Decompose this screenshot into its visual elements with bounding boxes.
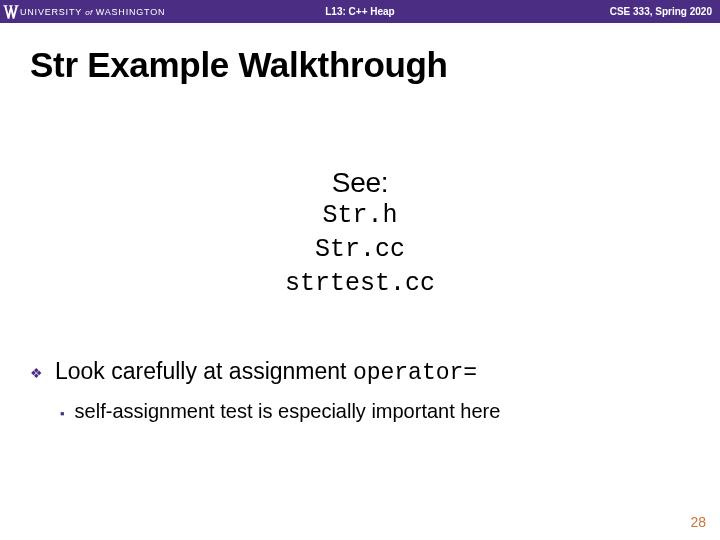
university-name: UNIVERSITY of WASHINGTON <box>20 7 165 17</box>
file-item: Str.cc <box>0 233 720 267</box>
see-block: See: Str.h Str.cc strtest.cc <box>0 167 720 300</box>
header-bar: UNIVERSITY of WASHINGTON L13: C++ Heap C… <box>0 0 720 23</box>
lecture-title: L13: C++ Heap <box>325 6 394 17</box>
univ-of: of <box>85 8 92 17</box>
file-item: Str.h <box>0 199 720 233</box>
page-number: 28 <box>690 514 706 530</box>
bullet-text: self-assignment test is especially impor… <box>75 400 501 423</box>
bullet-level1: ❖ Look carefully at assignment operator= <box>30 358 720 386</box>
bullet-level2: ▪ self-assignment test is especially imp… <box>60 400 720 423</box>
page-title: Str Example Walkthrough <box>30 45 720 85</box>
univ-main: WASHINGTON <box>96 7 166 17</box>
bullet-text: Look carefully at assignment operator= <box>55 358 477 386</box>
bullet-text-pre: Look carefully at assignment <box>55 358 353 384</box>
w-icon <box>3 5 19 19</box>
slide: UNIVERSITY of WASHINGTON L13: C++ Heap C… <box>0 0 720 540</box>
uw-logo-icon <box>0 0 22 23</box>
square-bullet-icon: ▪ <box>60 406 65 421</box>
bullet-list: ❖ Look carefully at assignment operator=… <box>30 358 720 423</box>
course-info: CSE 333, Spring 2020 <box>610 6 712 17</box>
file-item: strtest.cc <box>0 267 720 301</box>
see-label: See: <box>0 167 720 199</box>
bullet-text-mono: operator= <box>353 360 477 386</box>
diamond-bullet-icon: ❖ <box>30 365 43 381</box>
univ-prefix: UNIVERSITY <box>20 7 82 17</box>
